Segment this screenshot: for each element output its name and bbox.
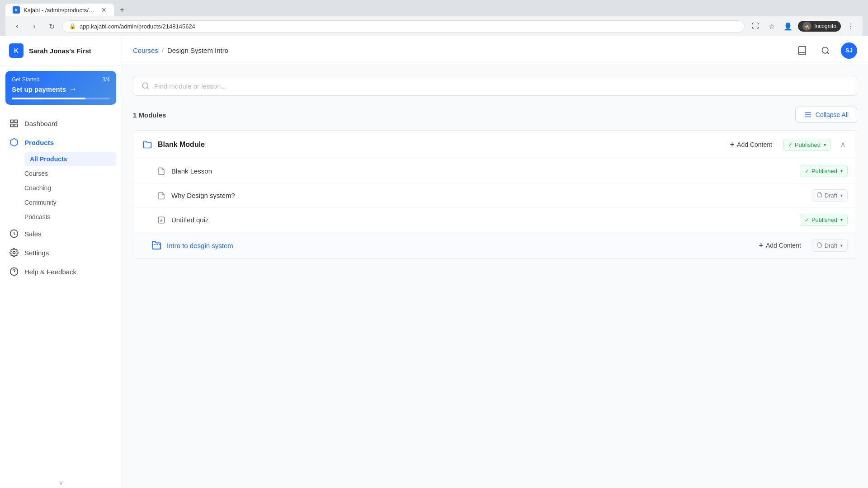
- help-label: Help & Feedback: [24, 268, 76, 276]
- user-avatar[interactable]: SJ: [841, 42, 857, 59]
- lesson-status-badge[interactable]: ✓ Published ▾: [800, 165, 848, 177]
- sub-module-status-badge[interactable]: Draft ▾: [812, 239, 848, 252]
- active-tab[interactable]: K Kajabi - /admin/products/21481... ✕: [5, 4, 114, 16]
- add-content-button-module[interactable]: + Add Content: [725, 138, 778, 151]
- bookmark-icon[interactable]: ☆: [765, 20, 778, 33]
- incognito-avatar: 🕵: [802, 22, 811, 31]
- scroll-chevron-icon: ∨: [59, 479, 63, 486]
- back-button[interactable]: ‹: [11, 20, 24, 33]
- sidebar-item-coaching[interactable]: Coaching: [24, 181, 122, 195]
- add-content-label: Add Content: [737, 141, 772, 148]
- module-expand-button[interactable]: ∧: [838, 138, 848, 151]
- lesson-doc-icon: [157, 167, 166, 176]
- folder-icon: [142, 140, 152, 150]
- get-started-progress: 3/4: [102, 76, 110, 83]
- lesson-status-label: Published: [811, 168, 837, 174]
- sidebar-item-podcasts[interactable]: Podcasts: [24, 210, 122, 224]
- sidebar-item-sales[interactable]: Sales: [0, 224, 122, 243]
- lock-icon: 🔒: [69, 23, 76, 29]
- search-button[interactable]: [817, 42, 834, 59]
- sidebar-item-community[interactable]: Community: [24, 195, 122, 210]
- scroll-indicator: ∨: [0, 477, 122, 488]
- svg-rect-2: [11, 124, 14, 127]
- brand-name: Sarah Jonas's First: [29, 47, 91, 55]
- topbar: Courses / Design System Intro SJ: [122, 36, 868, 65]
- sidebar-item-all-products[interactable]: All Products: [24, 152, 116, 166]
- check-icon: ✓: [788, 141, 793, 148]
- sub-module-folder-icon: [151, 240, 161, 250]
- svg-rect-0: [11, 120, 14, 123]
- add-content-label-sub: Add Content: [766, 242, 801, 249]
- dashboard-icon: [9, 118, 19, 128]
- modules-list: Blank Module + Add Content ✓ Published ▾…: [133, 130, 857, 259]
- lesson-row: Blank Lesson ✓ Published ▾: [133, 159, 857, 183]
- profile-icon[interactable]: 👤: [782, 20, 794, 33]
- get-started-banner[interactable]: Get Started 3/4 Set up payments →: [5, 71, 116, 105]
- collapse-all-label: Collapse All: [816, 111, 849, 118]
- sidebar-item-courses[interactable]: Courses: [24, 166, 122, 181]
- settings-icon: [9, 248, 19, 258]
- settings-label: Settings: [24, 249, 49, 257]
- sidebar-nav: Dashboard Products All Products Courses …: [0, 110, 122, 477]
- products-sub-nav: All Products Courses Coaching Community …: [0, 152, 122, 224]
- get-started-arrow-icon: →: [69, 84, 77, 94]
- refresh-button[interactable]: ↻: [45, 20, 58, 33]
- more-options-btn[interactable]: ⋮: [844, 20, 857, 33]
- lesson-status-badge[interactable]: ✓ Published ▾: [800, 214, 848, 226]
- search-bar[interactable]: Find module or lesson...: [133, 76, 857, 96]
- draft-doc-icon: [817, 242, 822, 249]
- svg-point-8: [822, 47, 828, 53]
- screen-share-icon[interactable]: ⛶: [749, 20, 762, 33]
- lesson-status-label: Draft: [825, 192, 837, 199]
- get-started-label: Get Started: [12, 76, 39, 83]
- lesson-row: Why Design system? Draft ▾: [133, 183, 857, 207]
- breadcrumb-parent-link[interactable]: Courses: [133, 47, 158, 54]
- progress-bar-fill: [12, 98, 85, 99]
- svg-line-9: [827, 52, 829, 54]
- breadcrumb-separator: /: [162, 47, 164, 54]
- tab-close-btn[interactable]: ✕: [101, 6, 107, 14]
- lesson-doc-icon: [157, 191, 166, 200]
- module-header: Blank Module + Add Content ✓ Published ▾…: [133, 131, 857, 159]
- sidebar-item-dashboard[interactable]: Dashboard: [0, 114, 122, 133]
- module-status-label: Published: [795, 141, 821, 148]
- address-bar[interactable]: 🔒 app.kajabi.com/admin/products/21481456…: [62, 20, 745, 33]
- sidebar-item-products[interactable]: Products: [0, 133, 122, 152]
- modules-header: 1 Modules Collapse All: [133, 107, 857, 123]
- sidebar-item-settings[interactable]: Settings: [0, 243, 122, 262]
- sub-module-header: Intro to desgin system + Add Content Dra…: [133, 232, 857, 258]
- svg-line-11: [147, 87, 148, 89]
- book-icon-button[interactable]: [794, 42, 810, 59]
- collapse-all-icon: [804, 111, 812, 119]
- sub-module-title: Intro to desgin system: [167, 242, 748, 249]
- progress-bar-track: [12, 98, 110, 99]
- search-icon: [142, 82, 150, 90]
- sales-label: Sales: [24, 230, 42, 238]
- sales-icon: [9, 229, 19, 239]
- products-icon: [9, 137, 19, 147]
- sidebar-header: K Sarah Jonas's First: [0, 36, 122, 66]
- module-title: Blank Module: [158, 141, 719, 149]
- collapse-all-button[interactable]: Collapse All: [795, 107, 857, 123]
- new-tab-button[interactable]: +: [116, 4, 128, 16]
- module-status-badge[interactable]: ✓ Published ▾: [783, 139, 831, 151]
- lesson-row: Untitled quiz ✓ Published ▾: [133, 207, 857, 232]
- check-icon: ✓: [805, 168, 809, 174]
- browser-chrome: K Kajabi - /admin/products/21481... ✕ + …: [0, 0, 868, 36]
- svg-rect-3: [15, 124, 18, 127]
- lesson-title: Untitled quiz: [171, 216, 794, 224]
- svg-point-5: [13, 252, 15, 254]
- url-text: app.kajabi.com/admin/products/2148145624: [80, 23, 195, 30]
- status-chevron-icon: ▾: [840, 193, 843, 198]
- sub-module-row: Intro to desgin system + Add Content Dra…: [133, 232, 857, 258]
- status-chevron-icon: ▾: [840, 217, 843, 222]
- modules-count: 1 Modules: [133, 111, 166, 119]
- svg-rect-1: [15, 120, 18, 123]
- add-content-button-sub-module[interactable]: + Add Content: [754, 239, 807, 252]
- sidebar-item-help[interactable]: Help & Feedback: [0, 262, 122, 281]
- status-chevron-icon: ▾: [840, 169, 843, 174]
- lesson-status-badge[interactable]: Draft ▾: [812, 189, 848, 202]
- products-label: Products: [24, 139, 54, 146]
- forward-button[interactable]: ›: [28, 20, 41, 33]
- main-content: Courses / Design System Intro SJ Find: [122, 36, 868, 488]
